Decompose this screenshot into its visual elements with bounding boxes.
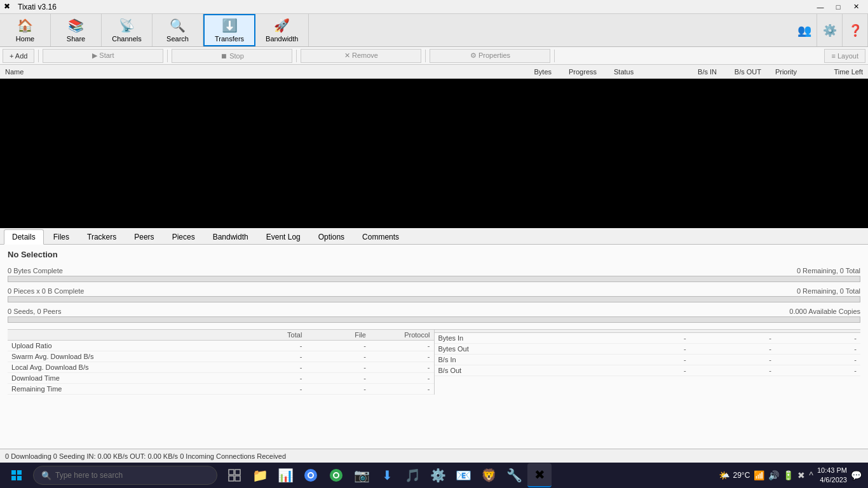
maximize-button[interactable]: □	[830, 1, 846, 13]
stats-left-protocol: -	[370, 351, 434, 362]
nav-home-label: Home	[16, 35, 34, 43]
windows-icon	[11, 470, 22, 481]
tab-peers[interactable]: Peers	[126, 229, 162, 244]
close-button[interactable]: ✕	[848, 1, 864, 13]
nav-settings[interactable]: ⚙️	[817, 14, 843, 46]
taskbar-qbittorrent[interactable]: ⬇	[375, 463, 399, 487]
stats-left-file: -	[306, 362, 370, 373]
svg-rect-5	[235, 470, 240, 475]
stats-right-protocol: -	[775, 365, 860, 376]
no-selection-text: No Selection	[8, 250, 860, 259]
temp-text: 29°C	[733, 471, 750, 480]
stats-right-file: -	[690, 333, 775, 344]
tab-comments[interactable]: Comments	[354, 229, 407, 244]
minimize-button[interactable]: —	[812, 1, 829, 13]
nav-search[interactable]: 🔍 Search	[153, 14, 203, 46]
transfer-list[interactable]	[0, 79, 868, 228]
taskbar-taskview[interactable]	[222, 463, 247, 487]
nav-channels[interactable]: 📡 Channels	[102, 14, 153, 46]
col-progress: Progress	[554, 68, 611, 76]
taskbar-settings-app[interactable]: ⚙️	[426, 463, 450, 487]
stats-right-row: Bytes Out - - -	[435, 344, 861, 355]
taskbar-outlook[interactable]: 📧	[451, 463, 475, 487]
taskbar-music[interactable]: 🎵	[400, 463, 424, 487]
taskbar: 🔍 📁 📊 📷	[0, 463, 868, 488]
stats-right-total: -	[605, 344, 690, 355]
tab-files[interactable]: Files	[45, 229, 78, 244]
tab-pieces[interactable]: Pieces	[164, 229, 203, 244]
start-button[interactable]: ▶ Start	[43, 49, 163, 63]
stats-right-protocol: -	[775, 344, 860, 355]
stop-button[interactable]: ⏹ Stop	[172, 49, 292, 63]
taskbar-chrome1[interactable]	[299, 463, 323, 487]
search-input[interactable]	[55, 471, 182, 480]
bytes-remaining: 0 Remaining, 0 Total	[797, 267, 860, 274]
col-status: Status	[611, 68, 675, 76]
clock-date: 4/6/2023	[817, 475, 847, 485]
properties-button[interactable]: ⚙ Properties	[430, 49, 550, 63]
remove-button[interactable]: ✕ Remove	[301, 49, 421, 63]
nav-transfers-label: Transfers	[215, 35, 244, 43]
stats-left-label: Remaining Time	[8, 384, 242, 395]
taskbar-tools[interactable]: 🔧	[502, 463, 526, 487]
toolbar: + Add ▶ Start ⏹ Stop ✕ Remove ⚙ Properti…	[0, 47, 868, 65]
nav-bandwidth[interactable]: 🚀 Bandwidth	[255, 14, 309, 46]
stats-right-total: -	[605, 365, 690, 376]
stats-left-total: -	[242, 362, 306, 373]
stats-left-total: -	[242, 351, 306, 362]
stat-col-file: File	[306, 330, 370, 341]
taskbar-excel[interactable]: 📊	[273, 463, 297, 487]
col-priority: Priority	[764, 68, 808, 76]
tixati-tray: ✖	[797, 470, 805, 480]
stat-col-label	[8, 330, 242, 341]
start-menu-button[interactable]	[3, 463, 31, 488]
taskbar-chrome2[interactable]	[324, 463, 348, 487]
svg-rect-3	[17, 476, 22, 480]
tab-options[interactable]: Options	[310, 229, 353, 244]
stats-left-total: -	[242, 341, 306, 351]
stats-left-file: -	[306, 351, 370, 362]
nav-transfers[interactable]: ⬇️ Transfers	[203, 14, 255, 46]
seeds-bar	[8, 316, 860, 323]
toolbar-sep-2	[167, 50, 168, 62]
pieces-row: 0 Pieces x 0 B Complete 0 Remaining, 0 T…	[8, 287, 860, 295]
status-text: 0 Downloading 0 Seeding IN: 0.00 KB/s OU…	[5, 452, 286, 460]
notification-icon[interactable]: 💬	[851, 470, 862, 480]
taskbar-icons: 📁 📊 📷 ⬇ 🎵 ⚙️ 📧 🦁 🔧 ✖	[222, 463, 552, 487]
nav-home[interactable]: 🏠 Home	[0, 14, 51, 46]
stats-right-label: B/s Out	[435, 365, 605, 376]
col-bsout: B/s OUT	[719, 68, 764, 76]
taskbar-camera[interactable]: 📷	[349, 463, 374, 487]
tab-bandwidth[interactable]: Bandwidth	[205, 229, 257, 244]
stats-left-row: Remaining Time - - -	[8, 384, 434, 395]
volume-icon: 🔊	[768, 470, 779, 480]
stats-left-label: Swarm Avg. Download B/s	[8, 351, 242, 362]
tab-details[interactable]: Details	[4, 229, 44, 245]
arrow-icon[interactable]: ^	[809, 470, 813, 480]
nav-help[interactable]: ❓	[843, 14, 868, 46]
app-icon: ✖	[4, 2, 14, 12]
tab-eventlog[interactable]: Event Log	[258, 229, 309, 244]
toolbar-sep-4	[425, 50, 426, 62]
taskbar-explorer[interactable]: 📁	[248, 463, 272, 487]
nav-share[interactable]: 📚 Share	[51, 14, 102, 46]
seeds-row: 0 Seeds, 0 Peers 0.000 Available Copies	[8, 308, 860, 315]
taskbar-tixati[interactable]: ✖	[527, 463, 552, 487]
channels-icon: 📡	[119, 18, 135, 33]
taskbar-brave[interactable]: 🦁	[477, 463, 501, 487]
svg-rect-7	[235, 476, 240, 481]
stats-left-protocol: -	[370, 373, 434, 384]
layout-button[interactable]: ≡ Layout	[824, 49, 865, 63]
chrome2-icon	[329, 468, 343, 482]
taskbar-search[interactable]: 🔍	[33, 466, 217, 485]
network-icon: 📶	[754, 470, 764, 480]
svg-point-13	[334, 473, 338, 477]
stats-right-protocol: -	[775, 355, 860, 365]
nav-users[interactable]: 👥	[792, 14, 817, 46]
stats-left-row: Download Time - - -	[8, 373, 434, 384]
stats-right-total: -	[605, 355, 690, 365]
add-button[interactable]: + Add	[3, 49, 34, 63]
system-clock: 10:43 PM 4/6/2023	[817, 466, 847, 485]
tab-trackers[interactable]: Trackers	[79, 229, 125, 244]
table-header: Name Bytes Progress Status B/s IN B/s OU…	[0, 65, 868, 79]
